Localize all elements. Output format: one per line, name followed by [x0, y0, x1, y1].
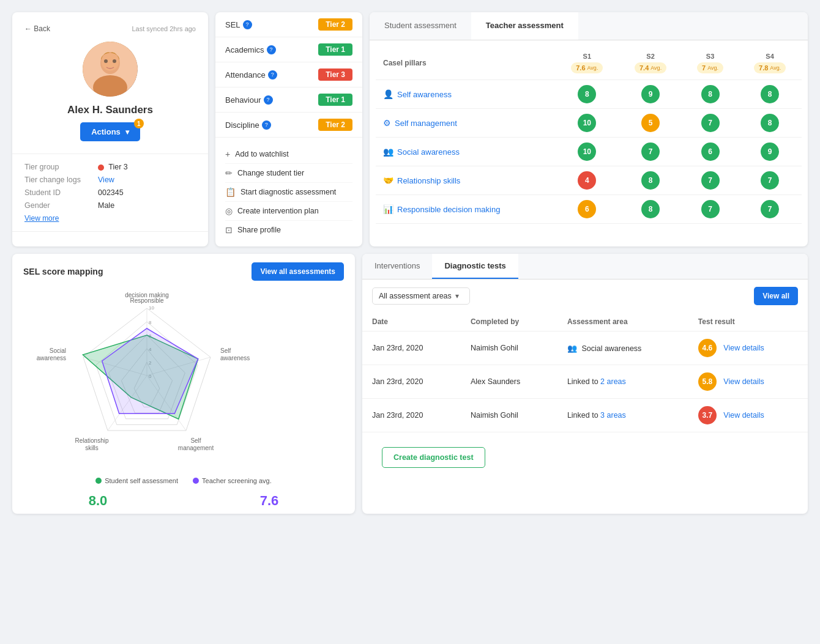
tier-discipline: Discipline ? Tier 2	[215, 113, 362, 138]
score-0-1: 9	[641, 85, 660, 103]
score-cell-2-0: 10	[555, 138, 619, 166]
tier-change-label: Tier change logs	[24, 176, 98, 184]
student-score-value: 8.0	[17, 493, 179, 509]
score-cell-4-0: 6	[555, 195, 619, 224]
result-1: 4.6 View details	[688, 331, 808, 365]
view-details-2[interactable]: View details	[723, 377, 764, 386]
assessment-row: 📊Responsible decision making6877	[376, 195, 802, 224]
assessment-row: 🤝Relationship skills4877	[376, 166, 802, 195]
student-legend-label: Student self assessment	[105, 477, 178, 484]
back-link[interactable]: ← Back	[24, 24, 50, 33]
tab-teacher-assessment[interactable]: Teacher assessment	[471, 12, 578, 40]
avatar	[83, 42, 138, 97]
menu-create-intervention[interactable]: ◎ Create intervention plan	[225, 202, 352, 221]
actions-button[interactable]: Actions ▾ 1	[80, 122, 140, 141]
score-3-2: 7	[701, 171, 720, 190]
sel-help-icon[interactable]: ?	[243, 20, 252, 29]
menu-start-diagnostic[interactable]: 📋 Start diagnostic assessment	[225, 183, 352, 202]
area-label-1: Social awareness	[581, 344, 641, 353]
s3-avg: 7 Avg.	[697, 62, 723, 73]
clipboard-icon: 📋	[225, 187, 236, 197]
assessment-row: ⚙Self management10578	[376, 109, 802, 138]
attendance-help-icon[interactable]: ?	[268, 70, 277, 80]
tier-behaviour-label: Behaviour	[225, 95, 261, 105]
score-4-0: 6	[578, 200, 596, 218]
assessment-row: 👥Social awareness10769	[376, 138, 802, 166]
score-cell-2-2: 6	[682, 138, 738, 166]
student-info: Tier group Tier 3 Tier change logs View …	[12, 154, 208, 232]
col-s3: S3 7 Avg.	[682, 46, 738, 80]
view-details-1[interactable]: View details	[723, 344, 764, 352]
legend-teacher: Teacher screening avg.	[193, 477, 272, 484]
menu-share-label: Share profile	[237, 226, 281, 234]
tier-change-link[interactable]: View	[98, 176, 114, 184]
tier-attendance-badge: Tier 3	[318, 68, 352, 81]
menu-change-tier[interactable]: ✏ Change student tier	[225, 164, 352, 183]
svg-text:skills: skills	[85, 445, 99, 451]
tab-diagnostic-tests[interactable]: Diagnostic tests	[432, 254, 518, 279]
diag-row-1: Jan 23rd, 2020 Naimish Gohil 👥 Social aw…	[362, 331, 808, 365]
area-link-3[interactable]: 3 areas	[600, 411, 626, 420]
tier-sel-label: SEL	[225, 20, 240, 29]
tier-discipline-label: Discipline	[225, 120, 259, 130]
tab-student-assessment[interactable]: Student assessment	[370, 12, 471, 40]
svg-text:Self: Self	[220, 347, 231, 354]
assessment-card: Student assessment Teacher assessment Ca…	[370, 12, 808, 246]
pencil-icon: ✏	[225, 168, 233, 178]
pillar-cell-2: 👥Social awareness	[376, 138, 555, 166]
pillar-cell-3: 🤝Relationship skills	[376, 166, 555, 195]
area-label-3: Linked to	[567, 411, 600, 420]
view-more-link[interactable]: View more	[24, 214, 196, 223]
score-cell-1-0: 10	[555, 109, 619, 138]
score-cell-3-0: 4	[555, 166, 619, 195]
filter-label: All assessment areas	[379, 292, 452, 300]
create-diagnostic-test-button[interactable]: Create diagnostic test	[382, 447, 485, 468]
area-2: Linked to 2 areas	[557, 365, 688, 399]
area-link-2[interactable]: 2 areas	[600, 377, 626, 386]
col-test-result: Test result	[688, 313, 808, 331]
assessment-area-filter[interactable]: All assessment areas ▾	[372, 287, 470, 305]
view-details-3[interactable]: View details	[723, 411, 764, 420]
score-4-1: 8	[641, 200, 660, 218]
s2-label: S2	[626, 53, 675, 60]
col-s2: S2 7.4 Avg.	[619, 46, 682, 80]
score-cell-1-3: 8	[738, 109, 802, 138]
pillar-name-4: Responsible decision making	[397, 205, 500, 214]
svg-text:Social: Social	[50, 347, 66, 354]
diag-row-2: Jan 23rd, 2020 Alex Saunders Linked to 2…	[362, 365, 808, 399]
menu-add-label: Add to watchlist	[235, 150, 289, 158]
view-all-assessments-button[interactable]: View all assessments	[252, 262, 344, 281]
pillar-icon-2: 👥	[383, 147, 393, 157]
date-1: Jan 23rd, 2020	[362, 331, 461, 365]
score-cell-1-2: 7	[682, 109, 738, 138]
col-date: Date	[362, 313, 461, 331]
pillar-icon-3: 🤝	[383, 176, 393, 185]
score-1-1: 5	[641, 114, 660, 132]
score-2-3: 9	[761, 142, 779, 161]
legend-student: Student self assessment	[95, 477, 178, 484]
menu-diagnostic-label: Start diagnostic assessment	[240, 188, 336, 196]
completed-by-1: Naimish Gohil	[461, 331, 557, 365]
col-s1: S1 7.6 Avg.	[555, 46, 619, 80]
discipline-help-icon[interactable]: ?	[262, 120, 271, 130]
menu-share-profile[interactable]: ⊡ Share profile	[225, 221, 352, 239]
pillar-name-2: Social awareness	[397, 147, 460, 157]
teacher-legend-dot	[193, 478, 199, 484]
assessment-tabs: Student assessment Teacher assessment	[370, 12, 808, 40]
academics-help-icon[interactable]: ?	[267, 45, 276, 54]
svg-text:decision making: decision making	[125, 292, 169, 298]
add-icon: +	[225, 149, 230, 159]
area-icon-1: 👥	[567, 344, 577, 353]
score-cell-2-1: 7	[619, 138, 682, 166]
score-0-2: 8	[701, 85, 720, 103]
behaviour-help-icon[interactable]: ?	[264, 95, 273, 105]
intervention-icon: ◎	[225, 206, 233, 216]
svg-text:awareness: awareness	[37, 355, 66, 361]
pillar-name-0: Self awareness	[397, 90, 452, 99]
score-1-2: 7	[701, 114, 720, 132]
menu-add-watchlist[interactable]: + Add to watchlist	[225, 145, 352, 164]
tab-interventions[interactable]: Interventions	[362, 254, 432, 279]
score-3-1: 8	[641, 171, 660, 190]
view-all-button[interactable]: View all	[754, 287, 798, 305]
score-1-3: 8	[761, 114, 779, 132]
